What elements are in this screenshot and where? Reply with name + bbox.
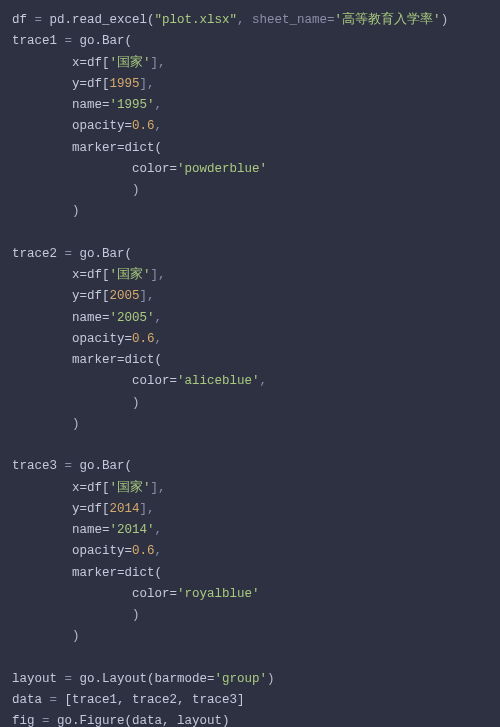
code-line: name='1995',: [12, 98, 162, 112]
code-line: ): [12, 204, 80, 218]
code-line: df = pd.read_excel("plot.xlsx", sheet_na…: [12, 13, 448, 27]
code-line: x=df['国家'],: [12, 56, 166, 70]
code-line: x=df['国家'],: [12, 481, 166, 495]
code-line: opacity=0.6,: [12, 544, 162, 558]
code-line: opacity=0.6,: [12, 332, 162, 346]
code-line: name='2014',: [12, 523, 162, 537]
code-line: ): [12, 396, 140, 410]
code-line: data = [trace1, trace2, trace3]: [12, 693, 245, 707]
code-line: y=df[2014],: [12, 502, 155, 516]
code-line: marker=dict(: [12, 141, 162, 155]
code-line: trace1 = go.Bar(: [12, 34, 132, 48]
code-line: name='2005',: [12, 311, 162, 325]
code-line: layout = go.Layout(barmode='group'): [12, 672, 275, 686]
code-line: marker=dict(: [12, 353, 162, 367]
code-line: x=df['国家'],: [12, 268, 166, 282]
code-line: trace2 = go.Bar(: [12, 247, 132, 261]
code-line: y=df[1995],: [12, 77, 155, 91]
code-line: fig = go.Figure(data, layout): [12, 714, 230, 727]
code-line: ): [12, 183, 140, 197]
code-line: ): [12, 417, 80, 431]
code-line: marker=dict(: [12, 566, 162, 580]
code-line: color='aliceblue',: [12, 374, 267, 388]
code-line: ): [12, 629, 80, 643]
code-line: trace3 = go.Bar(: [12, 459, 132, 473]
code-line: color='powderblue': [12, 162, 267, 176]
code-line: y=df[2005],: [12, 289, 155, 303]
code-line: opacity=0.6,: [12, 119, 162, 133]
code-block: df = pd.read_excel("plot.xlsx", sheet_na…: [12, 10, 488, 727]
code-line: color='royalblue': [12, 587, 260, 601]
code-line: ): [12, 608, 140, 622]
